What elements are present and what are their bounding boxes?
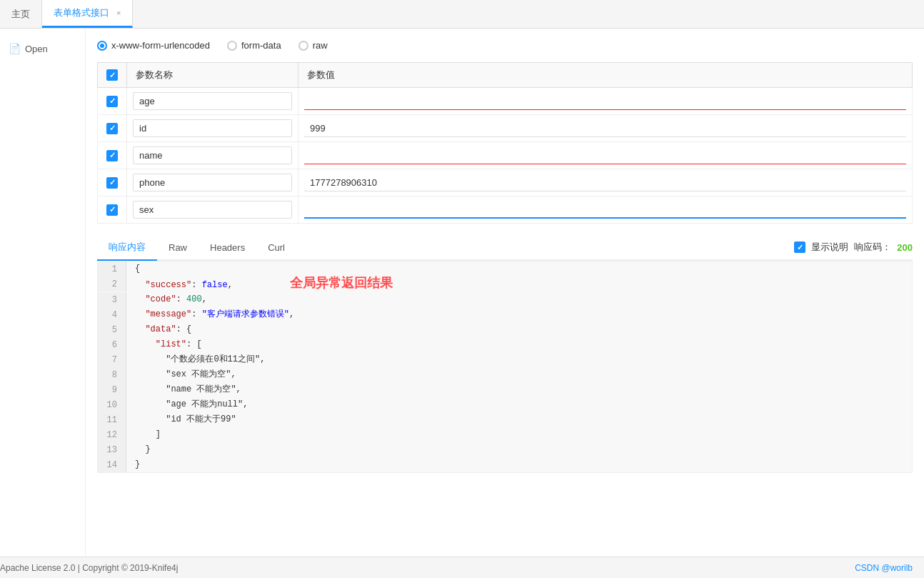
code-line: 6 "list": [ xyxy=(98,337,912,352)
radio-group: x-www-form-urlencoded form-data raw xyxy=(97,40,913,51)
code-line: 2 "success": false,全局异常返回结果 xyxy=(98,276,912,292)
param-name-input-phone[interactable] xyxy=(133,174,292,191)
response-tab-curl[interactable]: Curl xyxy=(256,236,296,259)
sidebar-open[interactable]: 📄 Open xyxy=(9,40,76,57)
response-tab-raw[interactable]: Raw xyxy=(157,236,199,259)
tab-close-button[interactable]: × xyxy=(116,9,121,17)
param-name-input-sex[interactable] xyxy=(133,201,292,219)
code-line: 4 "message": "客户端请求参数错误", xyxy=(98,307,912,322)
row-checkbox-phone[interactable] xyxy=(106,177,118,189)
sidebar: 📄 Open xyxy=(0,29,86,557)
show-desc-checkbox[interactable] xyxy=(794,241,805,253)
header-checkbox[interactable] xyxy=(106,69,118,81)
radio-formdata-label: form-data xyxy=(241,40,281,51)
footer: Apache License 2.0 | Copyright © 2019-Kn… xyxy=(0,557,924,578)
code-line: 7 "个数必须在0和11之间", xyxy=(98,352,912,367)
radio-urlencoded-circle xyxy=(97,41,107,51)
response-code-label: 响应码： xyxy=(854,241,891,254)
footer-text: Apache License 2.0 | Copyright © 2019-Kn… xyxy=(0,563,178,573)
table-row xyxy=(98,142,913,169)
row-checkbox-sex[interactable] xyxy=(106,204,118,216)
code-line: 3 "code": 400, xyxy=(98,292,912,307)
param-table: 参数名称 参数值 xyxy=(97,62,913,224)
tab-home-label: 主页 xyxy=(11,8,30,21)
code-line: 1{ xyxy=(98,261,912,276)
code-line: 11 "id 不能大于99" xyxy=(98,412,912,427)
response-tabs: 响应内容 Raw Headers Curl 显示说明 响应码： 200 xyxy=(97,235,913,261)
row-checkbox-name[interactable] xyxy=(106,150,118,161)
radio-raw-label: raw xyxy=(313,40,328,51)
param-name-input-age[interactable] xyxy=(133,92,292,110)
col-name-header: 参数名称 xyxy=(127,63,298,88)
table-row xyxy=(98,169,913,196)
code-line: 13 } xyxy=(98,442,912,457)
radio-raw-circle xyxy=(298,41,308,51)
footer-right: CSDN @worilb xyxy=(855,563,924,573)
code-line: 10 "age 不能为null", xyxy=(98,397,912,412)
row-checkbox-id[interactable] xyxy=(106,123,118,134)
tab-form[interactable]: 表单格式接口 × xyxy=(42,0,133,28)
code-line: 9 "name 不能为空", xyxy=(98,382,912,397)
radio-urlencoded[interactable]: x-www-form-urlencoded xyxy=(97,40,210,51)
param-value-input-id[interactable] xyxy=(304,120,906,137)
code-line: 12 ] xyxy=(98,427,912,442)
tab-bar: 主页 表单格式接口 × xyxy=(0,0,924,29)
tab-form-label: 表单格式接口 xyxy=(54,6,109,19)
response-tab-right: 显示说明 响应码： 200 xyxy=(794,241,913,254)
param-name-input-id[interactable] xyxy=(133,119,292,137)
response-tab-content[interactable]: 响应内容 xyxy=(97,235,157,261)
radio-urlencoded-label: x-www-form-urlencoded xyxy=(111,40,210,51)
file-icon: 📄 xyxy=(9,43,21,54)
param-value-input-name[interactable] xyxy=(304,147,906,164)
response-section: 响应内容 Raw Headers Curl 显示说明 响应码： 200 1{2 … xyxy=(97,235,913,473)
param-value-input-phone[interactable] xyxy=(304,174,906,191)
code-area: 1{2 "success": false,全局异常返回结果3 "code": 4… xyxy=(97,261,913,473)
sidebar-open-label: Open xyxy=(25,44,48,54)
content-area: x-www-form-urlencoded form-data raw 参数名称 xyxy=(86,29,924,557)
code-line: 8 "sex 不能为空", xyxy=(98,367,912,382)
code-line: 5 "data": { xyxy=(98,322,912,337)
param-value-input-sex[interactable] xyxy=(304,201,906,219)
show-desc-label: 显示说明 xyxy=(811,241,848,254)
col-checkbox xyxy=(98,63,127,88)
tab-home[interactable]: 主页 xyxy=(0,0,42,28)
param-name-input-name[interactable] xyxy=(133,146,292,164)
radio-formdata-circle xyxy=(227,41,237,51)
highlight-annotation: 全局异常返回结果 xyxy=(290,276,393,291)
response-code-value: 200 xyxy=(897,242,913,253)
radio-raw[interactable]: raw xyxy=(298,40,328,51)
row-checkbox-age[interactable] xyxy=(106,96,118,107)
response-tab-headers[interactable]: Headers xyxy=(199,236,256,259)
radio-formdata[interactable]: form-data xyxy=(227,40,281,51)
main-layout: 📄 Open x-www-form-urlencoded form-data r… xyxy=(0,29,924,557)
table-row xyxy=(98,88,913,115)
col-value-header: 参数值 xyxy=(298,63,913,88)
table-row xyxy=(98,115,913,142)
table-row xyxy=(98,196,913,224)
param-value-input-age[interactable] xyxy=(304,93,906,110)
code-line: 14} xyxy=(98,457,912,472)
